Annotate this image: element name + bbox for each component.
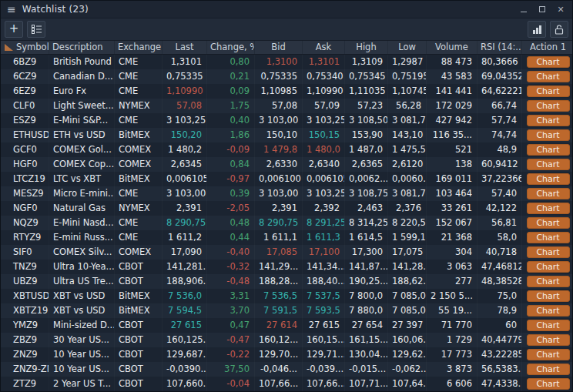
- cell-exchange: CBOT: [114, 318, 162, 333]
- table-row[interactable]: RTYZ9E-mini Russ...CME1 611,20,441 611,1…: [1, 230, 572, 245]
- table-row[interactable]: SIF0COMEX Silv...COMEX17,090-0,4017,0851…: [1, 245, 572, 260]
- lock-button[interactable]: [550, 21, 568, 38]
- table-row[interactable]: 6EZ9Euro FxCME1,109900,091,109851,109901…: [1, 84, 572, 99]
- table-row[interactable]: LTCZ19LTC vs XBTBitMEX0,006105-0,970,006…: [1, 172, 572, 186]
- table-row[interactable]: ZBZ930 Year US...CBOT160,125...-0,47160,…: [1, 333, 572, 347]
- table-row[interactable]: NQZ9E-Mini Nasd...CME8 290,750,488 290,7…: [1, 216, 572, 230]
- chart-button[interactable]: Chart: [527, 378, 570, 390]
- column-header-ask[interactable]: Ask: [302, 41, 344, 54]
- table-row[interactable]: UBZ9Ultra US Tre...CBOT188,906...-0,4818…: [1, 274, 572, 289]
- cell-exchange: CME: [114, 84, 162, 99]
- chart-button[interactable]: Chart: [527, 85, 570, 97]
- column-header-volume[interactable]: Volume: [426, 41, 477, 54]
- cell-ask: 3 103,25: [302, 113, 344, 128]
- column-header-low[interactable]: Low: [387, 41, 426, 54]
- cell-bid: 1,3100: [254, 55, 302, 69]
- chart-columns-button[interactable]: [528, 21, 546, 38]
- chart-button[interactable]: Chart: [527, 290, 570, 302]
- chart-button[interactable]: Chart: [527, 159, 570, 170]
- table-row[interactable]: XBTUSDXBT vs USDBitMEX7 536,03,317 536,5…: [1, 289, 572, 303]
- maximize-button[interactable]: [534, 2, 551, 16]
- cell-last: 57,08: [162, 99, 206, 113]
- cell-ask: 8 291,25: [302, 216, 344, 230]
- chart-button[interactable]: Chart: [527, 100, 570, 112]
- column-header-exchange[interactable]: Exchange: [114, 41, 162, 54]
- cell-volume: 21 368: [426, 230, 477, 245]
- cell-low: 2,376: [387, 201, 426, 216]
- cell-exchange: CME: [114, 230, 162, 245]
- table-row[interactable]: GCF0COMEX Gol...COMEX1 480,2-0,091 479,8…: [1, 142, 572, 157]
- cell-change-percent: 0,09: [206, 84, 254, 99]
- cell-action: Chart: [521, 362, 572, 377]
- cell-rsi: 66,74: [477, 99, 521, 113]
- cell-volume: 17 773: [426, 347, 477, 362]
- cell-low: 3 081,75: [387, 113, 426, 128]
- table-row[interactable]: ZNZ910 Year US...CBOT129,687...-0,22129,…: [1, 347, 572, 362]
- chart-button[interactable]: Chart: [527, 276, 570, 287]
- chart-button[interactable]: Chart: [527, 203, 570, 214]
- chart-button[interactable]: Chart: [527, 173, 570, 185]
- chart-button[interactable]: Chart: [527, 261, 570, 273]
- chart-button[interactable]: Chart: [527, 115, 570, 126]
- chart-button[interactable]: Chart: [527, 129, 570, 141]
- table-row[interactable]: CLF0Light Sweet...NYMEX57,081,7557,0857,…: [1, 99, 572, 113]
- cell-rsi: 47,4338...: [477, 377, 521, 391]
- column-header-symbol[interactable]: Symbol: [1, 41, 49, 54]
- sort-ascending-icon: [5, 44, 13, 51]
- cell-change-percent: -0,48: [206, 274, 254, 289]
- cell-rsi: 64,62221: [477, 84, 521, 99]
- chart-button[interactable]: Chart: [527, 364, 570, 375]
- chart-button[interactable]: Chart: [527, 56, 570, 68]
- chart-button[interactable]: Chart: [527, 246, 570, 258]
- column-header-action-1[interactable]: Action 1: [521, 41, 573, 54]
- table-row[interactable]: NGF0Natural GasNYMEX2,391-2,052,3912,392…: [1, 201, 572, 216]
- chart-button[interactable]: Chart: [527, 144, 570, 156]
- cell-symbol: NGF0: [1, 201, 49, 216]
- minimize-button[interactable]: [515, 2, 532, 16]
- column-header-change[interactable]: Change, %: [206, 41, 254, 54]
- table-row[interactable]: ETHUSDETH vs USDBitMEX150,201,86150,1015…: [1, 128, 572, 142]
- cell-bid: 3 103,00: [254, 186, 302, 201]
- cell-high: 190,25...: [344, 274, 387, 289]
- chart-button[interactable]: Chart: [527, 349, 570, 360]
- column-header-bid[interactable]: Bid: [254, 41, 302, 54]
- chart-button[interactable]: Chart: [527, 305, 570, 317]
- cell-high: 161,15...: [344, 333, 387, 347]
- cell-low: 107,64...: [387, 377, 426, 391]
- column-header-high[interactable]: High: [344, 41, 387, 54]
- title-bar: ≡ Watchlist (23) ✕: [1, 1, 572, 18]
- table-row[interactable]: HGF0COMEX Cop...COMEX2,63450,842,63302,6…: [1, 157, 572, 172]
- cell-low: 160,06...: [387, 333, 426, 347]
- cell-last: 150,20: [162, 128, 206, 142]
- column-header-description[interactable]: Description: [49, 41, 114, 54]
- table-row[interactable]: ZNZ9-ZN...10 Year US...CBOT-0,0390...37,…: [1, 362, 572, 377]
- cell-low: 56,28: [387, 99, 426, 113]
- table-row[interactable]: 6CZ9Canadian D...CME0,753350,210,753350,…: [1, 69, 572, 84]
- cell-exchange: NYMEX: [114, 99, 162, 113]
- table-row[interactable]: 6BZ9British PoundCME1,31010,801,31001,31…: [1, 55, 572, 69]
- chart-button[interactable]: Chart: [527, 334, 570, 346]
- chart-button[interactable]: Chart: [527, 217, 570, 229]
- menu-icon[interactable]: ≡: [7, 4, 16, 15]
- table-row[interactable]: YMZ9Mini-sized D...CBOT27 6150,4727 6142…: [1, 318, 572, 333]
- cell-symbol: GCF0: [1, 142, 49, 157]
- table-row[interactable]: ZTZ92 Year US T...CBOT107,660...-0,04107…: [1, 377, 572, 391]
- list-settings-button[interactable]: [27, 21, 45, 38]
- cell-exchange: CBOT: [114, 362, 162, 377]
- table-row[interactable]: XBTZ19XBT vs USDBitMEX7 594,53,707 591,5…: [1, 303, 572, 318]
- cell-last: 7 536,0: [162, 289, 206, 303]
- chart-button[interactable]: Chart: [527, 320, 570, 331]
- cell-last: 7 594,5: [162, 303, 206, 318]
- cell-action: Chart: [521, 347, 572, 362]
- close-button[interactable]: ✕: [552, 2, 569, 16]
- table-row[interactable]: ESZ9E-Mini S&P...CME3 103,250,403 103,00…: [1, 113, 572, 128]
- chart-button[interactable]: Chart: [527, 188, 570, 199]
- cell-bid: 8 290,75: [254, 216, 302, 230]
- column-header-rsi-14[interactable]: RSI (14:...: [477, 41, 521, 54]
- chart-button[interactable]: Chart: [527, 71, 570, 82]
- add-symbol-button[interactable]: +: [5, 21, 23, 38]
- table-row[interactable]: MESZ9Micro E-mini...CME3 103,000,393 103…: [1, 186, 572, 201]
- chart-button[interactable]: Chart: [527, 232, 570, 243]
- table-row[interactable]: TNZ9Ultra 10-Yea...CBOT141,281...-0,3214…: [1, 260, 572, 274]
- column-header-last[interactable]: Last: [162, 41, 206, 54]
